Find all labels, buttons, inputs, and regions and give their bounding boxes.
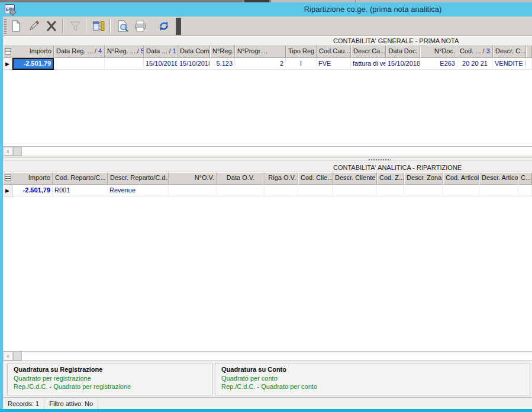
column-header-7[interactable]: N°Progr.... xyxy=(235,46,286,58)
column-header-13[interactable]: C... xyxy=(518,172,532,185)
cell-4[interactable] xyxy=(169,185,217,197)
select-all-header[interactable] xyxy=(3,46,12,58)
cell-5[interactable] xyxy=(217,185,265,197)
grid-general-selected-row[interactable]: ▶-2.501,7915/10/201815/10/20185.1232IFVE… xyxy=(3,58,532,70)
column-header-4[interactable]: Data ... / 1 xyxy=(144,46,178,58)
cell-10[interactable] xyxy=(404,185,443,197)
splitter-grip-dots[interactable] xyxy=(368,159,391,161)
column-header-3[interactable]: Descr. Reparto/C.d... xyxy=(108,172,169,185)
column-header-1[interactable]: Importo xyxy=(12,46,54,58)
column-header-5[interactable]: Data O.V. xyxy=(217,172,265,185)
new-record-button[interactable] xyxy=(8,18,24,34)
column-header-11[interactable]: Cod. Articolo xyxy=(443,172,479,185)
filter-button[interactable] xyxy=(67,18,83,34)
toolbar-grip-handle[interactable] xyxy=(4,19,7,34)
column-header-label: Descr. Reparto/C.d... xyxy=(110,174,169,181)
quadratura-conto-line: Rep./C.d.C. - Quadrato per conto xyxy=(221,383,530,391)
cell-9[interactable]: FVE xyxy=(317,58,351,70)
grid-general-hscrollbar[interactable]: ‹ xyxy=(3,146,532,156)
cell-6[interactable]: 5.123 xyxy=(210,58,235,70)
cell-2[interactable] xyxy=(54,58,105,70)
cell-9[interactable] xyxy=(377,185,404,197)
column-header-12[interactable]: N°Doc. xyxy=(420,46,457,58)
cell-7[interactable] xyxy=(298,185,333,197)
column-header-11[interactable]: Data Doc. xyxy=(386,46,420,58)
quadratura-registrazione-line: Quadrato per registrazione xyxy=(14,375,212,383)
column-header-12[interactable]: Descr. Articolo xyxy=(479,172,518,185)
column-header-10[interactable]: Descr.Ca... xyxy=(351,46,386,58)
column-header-6[interactable]: N°Reg... / 2 xyxy=(210,46,235,58)
column-header-label: Tipo Reg. xyxy=(288,47,316,54)
cell-11[interactable]: 15/10/2018 xyxy=(386,58,420,70)
select-all-icon xyxy=(5,48,11,54)
column-header-13[interactable]: Cod. ... / 3 xyxy=(457,46,493,58)
cell-1[interactable]: -2.501,79 xyxy=(12,185,53,197)
cell-filler xyxy=(526,58,532,70)
cell-2[interactable]: R001 xyxy=(53,185,108,197)
grid-analytic-selected-row[interactable]: ▶-2.501,79R001Revenue xyxy=(3,185,532,197)
column-header-2[interactable]: Data Reg. ... / 4 xyxy=(54,46,105,58)
cell-12[interactable] xyxy=(479,185,518,197)
column-header-3[interactable]: N°Reg. ... / 5 xyxy=(105,46,144,58)
column-header-1[interactable]: Importo xyxy=(12,172,53,185)
scroll-left-arrow[interactable]: ‹ xyxy=(3,147,13,156)
column-header-label: Importo xyxy=(30,47,51,54)
cell-12[interactable]: E263 xyxy=(420,58,457,70)
records-count: Records: 1 xyxy=(3,398,44,409)
column-header-6[interactable]: Riga O.V. xyxy=(265,172,298,185)
cell-4[interactable]: 15/10/2018 xyxy=(144,58,178,70)
delete-record-button[interactable] xyxy=(43,18,60,34)
scroll-thumb[interactable] xyxy=(13,352,22,360)
refresh-button[interactable] xyxy=(156,18,172,34)
cell-3[interactable]: Revenue xyxy=(108,185,169,197)
toolbar-separator xyxy=(109,19,111,33)
column-header-7[interactable]: Cod. Clie... xyxy=(298,172,333,185)
scroll-left-arrow[interactable]: ‹ xyxy=(3,352,13,360)
column-header-9[interactable]: Cod.Cau... xyxy=(317,46,351,58)
print-icon xyxy=(134,20,147,33)
column-header-label: Descr.Ca... xyxy=(353,47,385,54)
column-header-8[interactable]: Descr. Cliente xyxy=(333,172,377,185)
select-all-header[interactable] xyxy=(3,172,12,185)
column-header-label: Data Comp. xyxy=(180,47,210,54)
grid-analytic-hscrollbar[interactable]: ‹ xyxy=(3,351,532,361)
cell-13[interactable]: 20 20 21 xyxy=(457,58,493,70)
distribution-grid-button[interactable] xyxy=(91,18,107,34)
sort-order-indicator: 4 xyxy=(98,47,102,54)
new-document-icon xyxy=(9,20,22,33)
column-header-label: Cod. Z... xyxy=(379,174,404,181)
toolbar-separator xyxy=(86,19,87,33)
grid-analytic-group-header: CONTABILITA' ANALITICA - RIPARTIZIONE xyxy=(3,164,532,172)
column-header-4[interactable]: N°O.V. xyxy=(169,172,217,185)
cell-7[interactable]: 2 xyxy=(235,58,286,70)
column-header-9[interactable]: Cod. Z... xyxy=(377,172,404,185)
print-preview-button[interactable] xyxy=(114,18,131,34)
selected-cell-importo[interactable]: -2.501,79 xyxy=(12,58,54,70)
cell-8[interactable] xyxy=(333,185,377,197)
column-header-label: Cod. Reparto/C... xyxy=(55,174,106,181)
title-bar[interactable]: ERP Ripartizione co.ge. (prima nota anal… xyxy=(0,2,532,17)
cell-13[interactable] xyxy=(518,185,532,197)
edit-pencil-icon xyxy=(27,20,40,33)
column-header-label: C... xyxy=(521,174,531,181)
column-header-14[interactable]: Descr. C... xyxy=(493,46,526,58)
docked-panel-handle[interactable] xyxy=(176,18,181,35)
cell-5[interactable]: 15/10/2018 xyxy=(178,58,210,70)
print-button[interactable] xyxy=(132,18,149,34)
column-header-10[interactable]: Descr. Zona xyxy=(404,172,443,185)
column-header-8[interactable]: Tipo Reg. xyxy=(286,46,317,58)
filter-status: Filtro attivo: No xyxy=(44,398,98,409)
cell-11[interactable] xyxy=(443,185,479,197)
cell-10[interactable]: fattura di ver xyxy=(351,58,386,70)
edit-record-button[interactable] xyxy=(25,18,42,34)
column-header-label: Descr. Articolo xyxy=(482,174,518,181)
cell-8[interactable]: I xyxy=(286,58,317,70)
sort-separator: / xyxy=(93,47,98,54)
column-header-5[interactable]: Data Comp. xyxy=(178,46,210,58)
scroll-thumb[interactable] xyxy=(13,147,22,156)
grid-splitter[interactable] xyxy=(3,156,532,164)
cell-3[interactable] xyxy=(105,58,144,70)
cell-14[interactable]: VENDITE PRO xyxy=(493,58,526,70)
cell-6[interactable] xyxy=(265,185,298,197)
column-header-2[interactable]: Cod. Reparto/C... xyxy=(53,172,108,185)
